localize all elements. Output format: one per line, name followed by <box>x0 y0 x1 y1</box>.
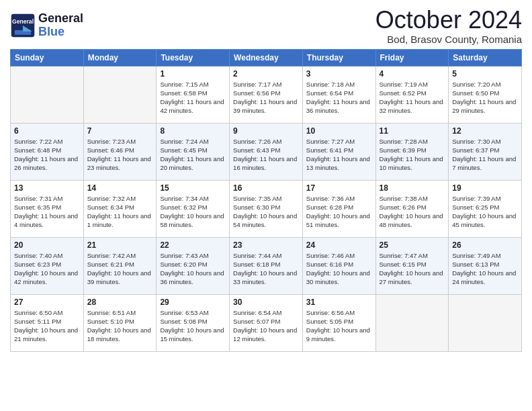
day-number: 30 <box>233 298 299 307</box>
weekday-header-wednesday: Wednesday <box>230 49 303 66</box>
calendar-week-3: 13Sunrise: 7:31 AMSunset: 6:35 PMDayligh… <box>11 180 522 237</box>
calendar-cell: 17Sunrise: 7:36 AMSunset: 6:28 PMDayligh… <box>302 180 375 237</box>
day-detail: Sunrise: 7:31 AMSunset: 6:35 PMDaylight:… <box>14 194 80 230</box>
day-detail: Sunrise: 7:42 AMSunset: 6:21 PMDaylight:… <box>87 251 153 287</box>
day-number: 19 <box>452 183 518 193</box>
page-header: General General Blue October 2024 Bod, B… <box>10 7 522 45</box>
logo-general-text: General <box>38 12 83 26</box>
day-detail: Sunrise: 7:32 AMSunset: 6:34 PMDaylight:… <box>87 194 153 230</box>
weekday-header-monday: Monday <box>83 49 157 66</box>
day-number: 26 <box>452 240 518 250</box>
day-number: 14 <box>87 183 153 193</box>
day-number: 7 <box>87 126 153 136</box>
svg-text:General: General <box>12 17 34 24</box>
day-number: 11 <box>380 126 445 136</box>
day-detail: Sunrise: 7:47 AMSunset: 6:15 PMDaylight:… <box>380 251 445 287</box>
calendar-cell: 29Sunrise: 6:53 AMSunset: 5:08 PMDayligh… <box>157 294 230 351</box>
day-detail: Sunrise: 7:46 AMSunset: 6:16 PMDaylight:… <box>306 251 372 287</box>
day-number: 13 <box>14 183 80 193</box>
day-number: 21 <box>87 240 153 250</box>
month-title: October 2024 <box>375 7 522 34</box>
day-number: 6 <box>14 126 80 136</box>
calendar-cell: 15Sunrise: 7:34 AMSunset: 6:32 PMDayligh… <box>157 180 230 237</box>
day-number: 24 <box>306 240 372 250</box>
calendar-cell <box>375 294 449 351</box>
day-detail: Sunrise: 7:28 AMSunset: 6:39 PMDaylight:… <box>380 137 445 173</box>
day-number: 20 <box>14 240 80 250</box>
day-detail: Sunrise: 7:44 AMSunset: 6:18 PMDaylight:… <box>233 251 299 287</box>
calendar-week-4: 20Sunrise: 7:40 AMSunset: 6:23 PMDayligh… <box>11 237 522 294</box>
weekday-header-saturday: Saturday <box>449 49 522 66</box>
calendar-cell: 9Sunrise: 7:26 AMSunset: 6:43 PMDaylight… <box>230 123 303 180</box>
calendar-cell <box>83 66 157 123</box>
day-number: 22 <box>160 240 226 250</box>
day-detail: Sunrise: 7:22 AMSunset: 6:48 PMDaylight:… <box>14 137 80 173</box>
calendar-cell: 10Sunrise: 7:27 AMSunset: 6:41 PMDayligh… <box>302 123 375 180</box>
day-detail: Sunrise: 7:24 AMSunset: 6:45 PMDaylight:… <box>160 137 226 173</box>
day-number: 17 <box>306 183 372 193</box>
day-detail: Sunrise: 7:36 AMSunset: 6:28 PMDaylight:… <box>306 194 372 230</box>
day-detail: Sunrise: 7:30 AMSunset: 6:37 PMDaylight:… <box>452 137 518 173</box>
logo-icon: General <box>10 13 36 38</box>
day-detail: Sunrise: 7:17 AMSunset: 6:56 PMDaylight:… <box>233 80 299 116</box>
day-number: 29 <box>160 298 226 307</box>
calendar-cell: 30Sunrise: 6:54 AMSunset: 5:07 PMDayligh… <box>230 294 303 351</box>
title-block: October 2024 Bod, Brasov County, Romania <box>375 7 522 45</box>
calendar-cell: 27Sunrise: 6:50 AMSunset: 5:11 PMDayligh… <box>11 294 84 351</box>
calendar-cell: 14Sunrise: 7:32 AMSunset: 6:34 PMDayligh… <box>83 180 157 237</box>
location-text: Bod, Brasov County, Romania <box>375 34 522 45</box>
calendar-cell <box>449 294 522 351</box>
day-detail: Sunrise: 6:54 AMSunset: 5:07 PMDaylight:… <box>233 308 299 344</box>
calendar-cell: 5Sunrise: 7:20 AMSunset: 6:50 PMDaylight… <box>449 66 522 123</box>
logo: General General Blue <box>10 12 83 39</box>
day-number: 23 <box>233 240 299 250</box>
weekday-header-friday: Friday <box>375 49 449 66</box>
calendar-cell: 2Sunrise: 7:17 AMSunset: 6:56 PMDaylight… <box>230 66 303 123</box>
day-number: 3 <box>306 69 372 79</box>
day-number: 28 <box>87 298 153 307</box>
day-detail: Sunrise: 6:50 AMSunset: 5:11 PMDaylight:… <box>14 308 80 344</box>
calendar-cell: 23Sunrise: 7:44 AMSunset: 6:18 PMDayligh… <box>230 237 303 294</box>
calendar-cell: 11Sunrise: 7:28 AMSunset: 6:39 PMDayligh… <box>375 123 449 180</box>
day-number: 10 <box>306 126 372 136</box>
calendar-cell: 24Sunrise: 7:46 AMSunset: 6:16 PMDayligh… <box>302 237 375 294</box>
day-number: 15 <box>160 183 226 193</box>
calendar-cell: 20Sunrise: 7:40 AMSunset: 6:23 PMDayligh… <box>11 237 84 294</box>
day-detail: Sunrise: 7:39 AMSunset: 6:25 PMDaylight:… <box>452 194 518 230</box>
weekday-header-tuesday: Tuesday <box>157 49 230 66</box>
day-number: 1 <box>160 69 226 79</box>
day-detail: Sunrise: 6:51 AMSunset: 5:10 PMDaylight:… <box>87 308 153 344</box>
calendar-cell: 7Sunrise: 7:23 AMSunset: 6:46 PMDaylight… <box>83 123 157 180</box>
day-detail: Sunrise: 7:35 AMSunset: 6:30 PMDaylight:… <box>233 194 299 230</box>
day-detail: Sunrise: 7:26 AMSunset: 6:43 PMDaylight:… <box>233 137 299 173</box>
day-number: 18 <box>380 183 445 193</box>
day-number: 9 <box>233 126 299 136</box>
calendar-cell: 1Sunrise: 7:15 AMSunset: 6:58 PMDaylight… <box>157 66 230 123</box>
calendar-cell: 13Sunrise: 7:31 AMSunset: 6:35 PMDayligh… <box>11 180 84 237</box>
calendar-cell: 4Sunrise: 7:19 AMSunset: 6:52 PMDaylight… <box>375 66 449 123</box>
calendar-cell: 18Sunrise: 7:38 AMSunset: 6:26 PMDayligh… <box>375 180 449 237</box>
calendar-cell: 31Sunrise: 6:56 AMSunset: 5:05 PMDayligh… <box>302 294 375 351</box>
day-detail: Sunrise: 6:53 AMSunset: 5:08 PMDaylight:… <box>160 308 226 344</box>
day-detail: Sunrise: 7:19 AMSunset: 6:52 PMDaylight:… <box>380 80 445 116</box>
day-detail: Sunrise: 7:27 AMSunset: 6:41 PMDaylight:… <box>306 137 372 173</box>
weekday-header-row: SundayMondayTuesdayWednesdayThursdayFrid… <box>11 49 522 66</box>
day-number: 27 <box>14 298 80 307</box>
day-detail: Sunrise: 7:15 AMSunset: 6:58 PMDaylight:… <box>160 80 226 116</box>
day-detail: Sunrise: 7:23 AMSunset: 6:46 PMDaylight:… <box>87 137 153 173</box>
day-number: 4 <box>380 69 445 79</box>
logo-blue-text: Blue <box>38 26 83 39</box>
calendar-cell: 6Sunrise: 7:22 AMSunset: 6:48 PMDaylight… <box>11 123 84 180</box>
day-detail: Sunrise: 7:40 AMSunset: 6:23 PMDaylight:… <box>14 251 80 287</box>
calendar-week-1: 1Sunrise: 7:15 AMSunset: 6:58 PMDaylight… <box>11 66 522 123</box>
calendar-cell: 19Sunrise: 7:39 AMSunset: 6:25 PMDayligh… <box>449 180 522 237</box>
calendar-cell: 21Sunrise: 7:42 AMSunset: 6:21 PMDayligh… <box>83 237 157 294</box>
calendar-cell: 28Sunrise: 6:51 AMSunset: 5:10 PMDayligh… <box>83 294 157 351</box>
day-number: 8 <box>160 126 226 136</box>
day-detail: Sunrise: 7:20 AMSunset: 6:50 PMDaylight:… <box>452 80 518 116</box>
calendar-cell: 8Sunrise: 7:24 AMSunset: 6:45 PMDaylight… <box>157 123 230 180</box>
calendar-cell: 22Sunrise: 7:43 AMSunset: 6:20 PMDayligh… <box>157 237 230 294</box>
calendar-cell: 12Sunrise: 7:30 AMSunset: 6:37 PMDayligh… <box>449 123 522 180</box>
day-number: 25 <box>380 240 445 250</box>
day-detail: Sunrise: 7:43 AMSunset: 6:20 PMDaylight:… <box>160 251 226 287</box>
